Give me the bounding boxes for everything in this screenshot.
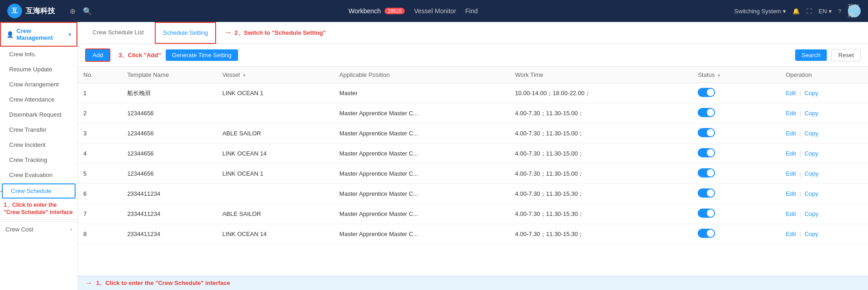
table-row: 4 12344656 LINK OCEAN 14 Master Apprenti…: [78, 144, 868, 164]
sidebar-item-crew-info[interactable]: Crew Info.: [0, 47, 77, 62]
status-toggle[interactable]: [698, 128, 715, 137]
sidebar-item-disembark-request[interactable]: Disembark Request: [0, 107, 77, 122]
notification-icon[interactable]: 🔔: [792, 8, 800, 15]
copy-button[interactable]: Copy: [804, 110, 818, 117]
crew-arrangement-label: Crew Arrangement: [9, 81, 59, 88]
col-header-vessel[interactable]: Vessel ▾: [217, 67, 334, 83]
schedule-table: No. Template Name Vessel ▾ Applicable Po…: [78, 67, 868, 244]
edit-button[interactable]: Edit: [786, 231, 796, 237]
copy-button[interactable]: Copy: [804, 210, 818, 217]
copy-button[interactable]: Copy: [804, 170, 818, 177]
table-row: 2 12344656 Master Apprentice Master C...…: [78, 103, 868, 124]
crew-evaluation-label: Crew Evaluation: [9, 172, 53, 178]
status-toggle[interactable]: [698, 229, 715, 238]
cell-status[interactable]: [692, 224, 780, 244]
table-header-row: No. Template Name Vessel ▾ Applicable Po…: [78, 67, 868, 83]
cell-vessel: LINK OCEAN 14: [217, 144, 334, 164]
cell-template: 2334411234: [122, 204, 217, 224]
cell-status[interactable]: [692, 204, 780, 224]
crew-attendance-label: Crew Attendance: [9, 96, 54, 103]
edit-button[interactable]: Edit: [786, 150, 796, 157]
reset-button[interactable]: Reset: [831, 49, 861, 61]
search-button[interactable]: Search: [795, 49, 827, 61]
cell-vessel: ABLE SAILOR: [217, 204, 334, 224]
fullscreen-icon[interactable]: ⛶: [806, 8, 812, 15]
status-toggle[interactable]: [698, 148, 715, 157]
find-link[interactable]: Find: [465, 7, 477, 15]
cell-worktime: 4.00-7.30；11.30-15.00；: [510, 164, 693, 184]
cell-status[interactable]: [692, 124, 780, 144]
status-toggle[interactable]: [698, 108, 715, 117]
sidebar-item-crew-attendance[interactable]: Crew Attendance: [0, 92, 77, 107]
cell-template: 12344656: [122, 164, 217, 184]
cell-no: 5: [78, 164, 122, 184]
cell-position: Master Apprentice Master C...: [334, 224, 510, 244]
cell-operation: Edit | Copy: [780, 224, 868, 244]
status-toggle[interactable]: [698, 168, 715, 177]
edit-button[interactable]: Edit: [786, 90, 796, 97]
cell-operation: Edit | Copy: [780, 164, 868, 184]
copy-button[interactable]: Copy: [804, 231, 818, 237]
cell-status[interactable]: [692, 184, 780, 204]
cell-worktime: 4.00-7.30；11.30-15.30；: [510, 184, 693, 204]
col-header-position: Applicable Position: [334, 67, 510, 83]
sidebar-item-crew-evaluation[interactable]: Crew Evaluation: [0, 167, 77, 183]
cell-position: Master Apprentice Master C...: [334, 144, 510, 164]
status-toggle[interactable]: [698, 188, 715, 198]
sidebar-item-crew-arrangement[interactable]: Crew Arrangement: [0, 77, 77, 92]
edit-button[interactable]: Edit: [786, 110, 796, 117]
cell-template: 2334411234: [122, 184, 217, 204]
sidebar-item-resume-update[interactable]: Resume Update: [0, 62, 77, 77]
workbench-badge: 28615: [385, 8, 405, 14]
status-toggle[interactable]: [698, 209, 715, 218]
col-header-template: Template Name: [122, 67, 217, 83]
help-icon[interactable]: ?: [838, 8, 841, 15]
sidebar: 👤 Crew Management ▾ Crew Info. Resume Up…: [0, 22, 78, 290]
crew-cost-label: Crew Cost: [5, 226, 33, 233]
sidebar-item-crew-schedule[interactable]: Crew Schedule: [2, 183, 76, 199]
cell-position: Master Apprentice Master C...: [334, 164, 510, 184]
cell-vessel: [217, 184, 334, 204]
vessel-monitor-link[interactable]: Vessel Monitor: [414, 7, 456, 15]
cell-status[interactable]: [692, 103, 780, 124]
edit-button[interactable]: Edit: [786, 130, 796, 137]
cell-template: 船长晚班: [122, 83, 217, 103]
nav-search-icon[interactable]: 🔍: [83, 7, 92, 16]
cell-worktime: 4.00-7.30；11.30-15.00；: [510, 103, 693, 124]
workbench-label: Workbench: [348, 7, 381, 15]
avatar[interactable]: 孙红梅: [848, 5, 861, 17]
switching-system-link[interactable]: Switching System ▾: [734, 8, 786, 15]
username-label: 孙红梅: [848, 3, 861, 19]
nav-history-icon[interactable]: ⊕: [70, 7, 76, 16]
copy-button[interactable]: Copy: [804, 130, 818, 137]
cell-position: Master Apprentice Master C...: [334, 124, 510, 144]
status-toggle[interactable]: [698, 88, 715, 97]
language-selector[interactable]: EN ▾: [819, 8, 832, 15]
sidebar-item-crew-transfer[interactable]: Crew Transfer: [0, 122, 77, 137]
col-header-status[interactable]: Status ▾: [692, 67, 780, 83]
workbench-link[interactable]: Workbench 28615: [348, 7, 405, 15]
copy-button[interactable]: Copy: [804, 150, 818, 157]
crew-management-header[interactable]: 👤 Crew Management ▾: [0, 22, 77, 47]
add-button[interactable]: Add: [85, 48, 110, 62]
edit-button[interactable]: Edit: [786, 170, 796, 177]
tab-schedule-list[interactable]: Crew Schedule List: [85, 22, 151, 44]
cell-position: Master Apprentice Master C...: [334, 184, 510, 204]
col-header-worktime: Work Time: [510, 67, 693, 83]
copy-button[interactable]: Copy: [804, 90, 818, 97]
resume-update-label: Resume Update: [9, 66, 52, 73]
copy-button[interactable]: Copy: [804, 190, 818, 197]
cell-status[interactable]: [692, 144, 780, 164]
sidebar-item-crew-cost[interactable]: Crew Cost ›: [0, 221, 77, 237]
edit-button[interactable]: Edit: [786, 190, 796, 197]
cell-template: 12344656: [122, 124, 217, 144]
cell-status[interactable]: [692, 164, 780, 184]
generate-time-setting-button[interactable]: Generate Time Setting: [166, 49, 238, 61]
toolbar: Add 3、Click "Add" Generate Time Setting …: [78, 44, 868, 67]
cell-status[interactable]: [692, 83, 780, 103]
tab-schedule-setting[interactable]: Schedule Setting: [155, 22, 216, 44]
sidebar-item-crew-incident[interactable]: Crew Incident: [0, 137, 77, 152]
header-arrow-icon: ▾: [69, 32, 71, 37]
sidebar-item-crew-tracking[interactable]: Crew Tracking: [0, 152, 77, 167]
edit-button[interactable]: Edit: [786, 210, 796, 217]
